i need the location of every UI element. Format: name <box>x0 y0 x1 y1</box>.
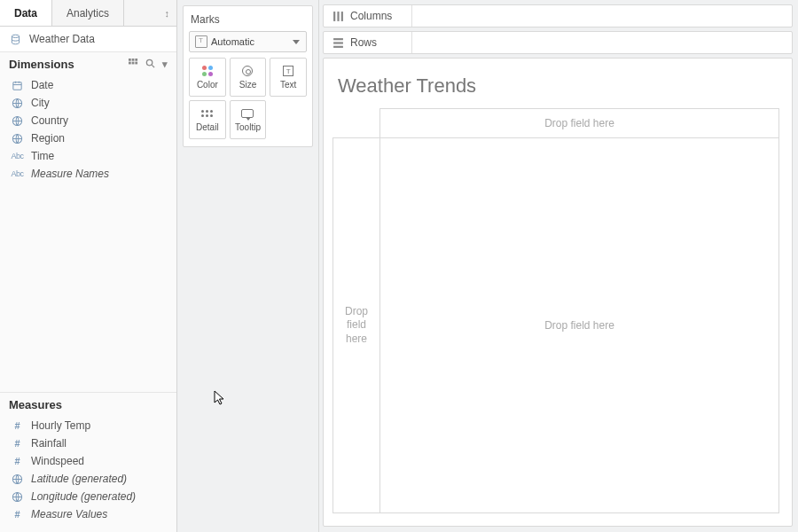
tab-analytics[interactable]: Analytics <box>52 0 124 26</box>
svg-rect-20 <box>341 12 343 21</box>
field-label: Longitude (generated) <box>31 490 136 503</box>
field-pill[interactable]: Windspeed <box>4 452 173 470</box>
svg-rect-3 <box>135 59 137 61</box>
field-label: Date <box>31 79 53 91</box>
abc-icon <box>11 168 24 180</box>
drop-main[interactable]: Drop field here <box>380 138 779 513</box>
marks-title: Marks <box>189 12 307 31</box>
field-pill[interactable]: Region <box>4 129 173 147</box>
measures-header: Measures <box>0 393 176 417</box>
dimensions-header: Dimensions ▾ <box>0 52 176 76</box>
cal-icon <box>11 79 24 91</box>
rows-icon <box>332 37 344 49</box>
field-pill[interactable]: Date <box>4 76 173 94</box>
svg-point-7 <box>146 59 152 65</box>
hash-icon <box>11 437 24 450</box>
hash-icon <box>11 455 24 467</box>
viz-area: Weather Trends Drop field here Dropfield… <box>323 58 793 527</box>
drop-left[interactable]: Dropfieldhere <box>332 138 380 513</box>
field-pill[interactable]: City <box>4 94 173 112</box>
svg-rect-6 <box>135 62 137 65</box>
field-pill[interactable]: Longitude (generated) <box>4 488 173 505</box>
globe-icon <box>11 97 24 109</box>
rows-shelf[interactable]: Rows <box>323 31 793 54</box>
svg-rect-1 <box>129 59 131 61</box>
tab-options[interactable]: ↕ <box>124 0 176 26</box>
field-pill[interactable]: Time <box>4 147 173 165</box>
marks-pane: Marks Automatic Color Size T Text Detail <box>177 0 319 532</box>
dimensions-title: Dimensions <box>9 58 74 71</box>
automatic-mark-icon <box>195 35 207 48</box>
field-label: Region <box>31 132 65 145</box>
field-pill[interactable]: Measure Values <box>4 505 173 523</box>
data-pane: Data Analytics ↕ Weather Data Dimensions… <box>0 0 177 532</box>
svg-rect-2 <box>132 59 135 61</box>
marks-dropdown-label: Automatic <box>211 36 254 47</box>
marks-detail-label: Detail <box>196 122 219 132</box>
view-grid-icon[interactable] <box>129 59 138 70</box>
svg-rect-4 <box>129 62 131 65</box>
sheet-title[interactable]: Weather Trends <box>332 71 779 108</box>
field-pill[interactable]: Hourly Temp <box>4 417 173 434</box>
tooltip-icon <box>240 107 254 120</box>
svg-rect-21 <box>333 38 343 40</box>
dimensions-menu-icon[interactable]: ▾ <box>162 59 168 70</box>
svg-rect-5 <box>132 62 135 65</box>
viz-drop-grid: Drop field here Dropfieldhere Drop field… <box>332 108 779 513</box>
field-label: Rainfall <box>31 437 66 450</box>
database-icon <box>9 33 22 45</box>
field-pill[interactable]: Latitude (generated) <box>4 470 173 488</box>
globe-icon <box>11 114 24 127</box>
marks-size[interactable]: Size <box>230 58 267 97</box>
globe-icon <box>11 473 24 485</box>
marks-size-label: Size <box>239 80 256 90</box>
search-icon[interactable] <box>145 59 155 70</box>
columns-shelf-label: Columns <box>324 5 412 27</box>
measures-title: Measures <box>9 398 62 411</box>
dimensions-section: Dimensions ▾ DateCityCountryRegionTimeMe… <box>0 52 176 192</box>
canvas-pane: Columns Rows Weather Trends Drop field h… <box>319 0 798 532</box>
rows-shelf-label: Rows <box>324 32 412 53</box>
datasource-name: Weather Data <box>29 33 95 45</box>
measures-list: Hourly TempRainfallWindspeedLatitude (ge… <box>0 417 176 532</box>
dimensions-list: DateCityCountryRegionTimeMeasure Names <box>0 76 176 192</box>
field-label: Measure Values <box>31 508 107 520</box>
marks-shelf-grid: Color Size T Text Detail Tooltip <box>189 58 307 139</box>
hash-icon <box>11 419 24 432</box>
field-pill[interactable]: Country <box>4 112 173 129</box>
detail-icon <box>200 107 215 120</box>
field-label: Hourly Temp <box>31 419 90 432</box>
field-label: Country <box>31 114 68 127</box>
columns-icon <box>332 11 344 22</box>
marks-text[interactable]: T Text <box>270 58 307 97</box>
abc-icon <box>11 150 24 162</box>
columns-shelf[interactable]: Columns <box>323 4 793 27</box>
field-pill[interactable]: Measure Names <box>4 165 173 183</box>
svg-rect-19 <box>337 12 339 21</box>
marks-detail[interactable]: Detail <box>189 100 226 139</box>
measures-section: Measures Hourly TempRainfallWindspeedLat… <box>0 392 176 532</box>
marks-color[interactable]: Color <box>189 58 226 97</box>
drop-top[interactable]: Drop field here <box>380 108 779 138</box>
svg-rect-22 <box>333 42 343 43</box>
globe-icon <box>11 132 24 145</box>
marks-tooltip[interactable]: Tooltip <box>230 100 267 139</box>
marks-type-dropdown[interactable]: Automatic <box>189 31 307 52</box>
text-icon: T <box>281 65 295 77</box>
datasource-row[interactable]: Weather Data <box>0 27 176 52</box>
svg-rect-9 <box>13 82 21 89</box>
marks-text-label: Text <box>280 80 296 90</box>
svg-rect-18 <box>333 12 335 21</box>
field-label: City <box>31 97 50 109</box>
hash-icon <box>11 508 24 520</box>
globe-icon <box>11 490 24 503</box>
field-label: Windspeed <box>31 455 84 467</box>
tab-data[interactable]: Data <box>0 0 52 26</box>
data-pane-tabs: Data Analytics ↕ <box>0 0 176 27</box>
drop-corner <box>332 108 380 138</box>
field-pill[interactable]: Rainfall <box>4 434 173 452</box>
svg-rect-23 <box>333 45 343 47</box>
marks-card: Marks Automatic Color Size T Text Detail <box>183 5 313 147</box>
marks-tooltip-label: Tooltip <box>235 122 261 132</box>
field-label: Measure Names <box>31 168 109 180</box>
